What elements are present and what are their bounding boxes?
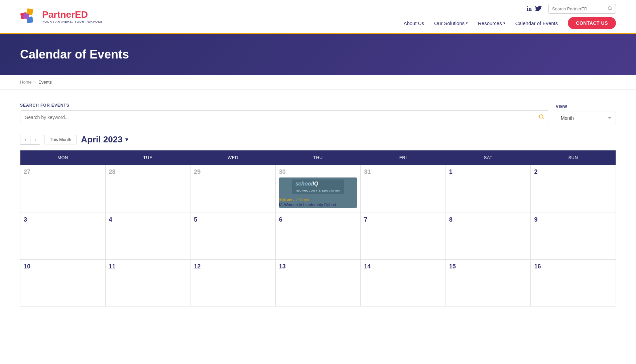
search-events-label: SEARCH FOR EVENTS <box>20 103 549 108</box>
calendar-cell-15: 15 <box>446 259 531 306</box>
header-tue: TUE <box>105 150 190 165</box>
nav-arrows: ‹ › <box>20 135 40 145</box>
calendar-cell-13: 13 <box>275 259 361 306</box>
logo-tagline: YOUR PARTNERS. YOUR PURPOSE. <box>42 20 104 23</box>
cell-date-31: 31 <box>364 168 442 175</box>
calendar-cell-3: 3 <box>20 213 106 259</box>
cell-date-10: 10 <box>24 263 102 270</box>
calendar-table: MON TUE WED THU FRI SAT SUN 27282930scho… <box>20 150 616 307</box>
calendar-cell-6: 6 <box>275 213 361 259</box>
view-label: VIEW <box>556 104 616 109</box>
calendar-cell-2: 2 <box>531 165 616 213</box>
calendar-cell-31: 31 <box>361 165 446 213</box>
header-thu: THU <box>275 150 361 165</box>
breadcrumb-home[interactable]: Home <box>20 80 32 85</box>
cell-date-14: 14 <box>364 263 442 270</box>
search-events-area: SEARCH FOR EVENTS <box>20 103 549 124</box>
cell-date-3: 3 <box>24 216 102 223</box>
cell-date-9: 9 <box>534 216 612 223</box>
nav-about-us[interactable]: About Us <box>403 20 424 26</box>
logo-icon <box>20 7 39 26</box>
calendar-body: 27282930schoolIQTECHNOLOGY & EDUCATION9:… <box>20 165 616 307</box>
page-title: Calendar of Events <box>20 47 616 62</box>
search-events-input[interactable] <box>25 115 539 120</box>
calendar-week-1: 27282930schoolIQTECHNOLOGY & EDUCATION9:… <box>20 165 616 213</box>
cell-date-4: 4 <box>109 216 187 223</box>
cell-date-6: 6 <box>279 216 357 223</box>
search-view-row: SEARCH FOR EVENTS VIEW Month Week List <box>20 103 616 124</box>
twitter-icon[interactable] <box>535 5 542 13</box>
svg-point-4 <box>608 7 611 10</box>
main-content: SEARCH FOR EVENTS VIEW Month Week List ‹ <box>0 90 636 320</box>
nav-resources[interactable]: Resources <box>478 20 505 26</box>
search-events-input-wrapper[interactable] <box>20 110 549 124</box>
svg-rect-3 <box>23 13 29 19</box>
event-time: 9:30 am - 2:30 pm <box>279 198 357 202</box>
nav-our-solutions[interactable]: Our Solutions <box>434 20 468 26</box>
header-wed: WED <box>190 150 276 165</box>
calendar-cell-28: 28 <box>105 165 190 213</box>
this-month-button[interactable]: This Month <box>44 135 77 144</box>
cell-date-16: 16 <box>534 263 612 270</box>
nav-calendar[interactable]: Calendar of Events <box>515 20 558 26</box>
calendar-cell-10: 10 <box>20 259 106 306</box>
header-sun: SUN <box>531 150 616 165</box>
calendar-cell-30: 30schoolIQTECHNOLOGY & EDUCATION9:30 am … <box>275 165 361 213</box>
search-box[interactable] <box>548 4 616 14</box>
header-mon: MON <box>20 150 106 165</box>
nav-contact-us[interactable]: CONTACT US <box>568 17 616 29</box>
site-search-icon[interactable] <box>608 6 612 12</box>
header-sat: SAT <box>446 150 531 165</box>
header-fri: FRI <box>361 150 446 165</box>
calendar-header-row: MON TUE WED THU FRI SAT SUN <box>20 150 616 165</box>
schooliq-logo-image: schoolIQTECHNOLOGY & EDUCATION <box>292 179 344 194</box>
calendar-cell-4: 4 <box>105 213 190 259</box>
next-month-button[interactable]: › <box>30 135 40 145</box>
header-right: in <box>527 4 616 14</box>
cell-date-11: 11 <box>109 263 187 270</box>
calendar-cell-7: 7 <box>361 213 446 259</box>
calendar-cell-9: 9 <box>531 213 616 259</box>
cell-date-27: 27 <box>24 168 102 175</box>
hero-banner: Calendar of Events <box>0 34 636 75</box>
site-search-input[interactable] <box>552 6 606 11</box>
view-select[interactable]: Month Week List <box>556 112 616 124</box>
logo-text: PartnerED YOUR PARTNERS. YOUR PURPOSE. <box>42 10 104 23</box>
cell-date-2: 2 <box>534 168 612 175</box>
cell-date-13: 13 <box>279 263 357 270</box>
calendar-cell-16: 16 <box>531 259 616 306</box>
calendar-cell-12: 12 <box>190 259 276 306</box>
calendar-cell-14: 14 <box>361 259 446 306</box>
social-icons: in <box>527 5 542 13</box>
cell-date-5: 5 <box>194 216 272 223</box>
current-month-display[interactable]: April 2023 ▾ <box>81 134 128 145</box>
month-dropdown-arrow: ▾ <box>125 136 128 143</box>
cell-date-7: 7 <box>364 216 442 223</box>
breadcrumb-current: Events <box>38 80 52 85</box>
prev-month-button[interactable]: ‹ <box>20 135 30 145</box>
calendar-cell-5: 5 <box>190 213 276 259</box>
view-area: VIEW Month Week List <box>556 104 616 124</box>
breadcrumb: Home › Events <box>0 75 636 90</box>
calendar-cell-27: 27 <box>20 165 106 213</box>
event-thumbnail-schooliq: schoolIQTECHNOLOGY & EDUCATION <box>279 177 357 196</box>
search-events-icon[interactable] <box>539 114 544 121</box>
cell-date-29: 29 <box>194 168 272 175</box>
cell-date-1: 1 <box>449 168 527 175</box>
cell-date-28: 28 <box>109 168 187 175</box>
calendar-cell-8: 8 <box>446 213 531 259</box>
calendar-cell-29: 29 <box>190 165 276 213</box>
breadcrumb-separator: › <box>34 80 36 85</box>
calendar-week-3: 10111213141516 <box>20 259 616 306</box>
main-nav: About Us Our Solutions Resources Calenda… <box>403 17 616 29</box>
calendar-navigation: ‹ › This Month April 2023 ▾ <box>20 134 616 145</box>
logo-name: PartnerED <box>42 10 104 19</box>
event-card-schooliq[interactable]: schoolIQTECHNOLOGY & EDUCATION9:30 am - … <box>279 177 357 208</box>
calendar-week-2: 3456789 <box>20 213 616 259</box>
calendar-cell-1: 1 <box>446 165 531 213</box>
cell-date-8: 8 <box>449 216 527 223</box>
logo-area[interactable]: PartnerED YOUR PARTNERS. YOUR PURPOSE. <box>20 7 104 26</box>
linkedin-icon[interactable]: in <box>527 5 532 12</box>
calendar-cell-11: 11 <box>105 259 190 306</box>
event-title: IA-Women in Leadership Cohort <box>279 203 357 208</box>
